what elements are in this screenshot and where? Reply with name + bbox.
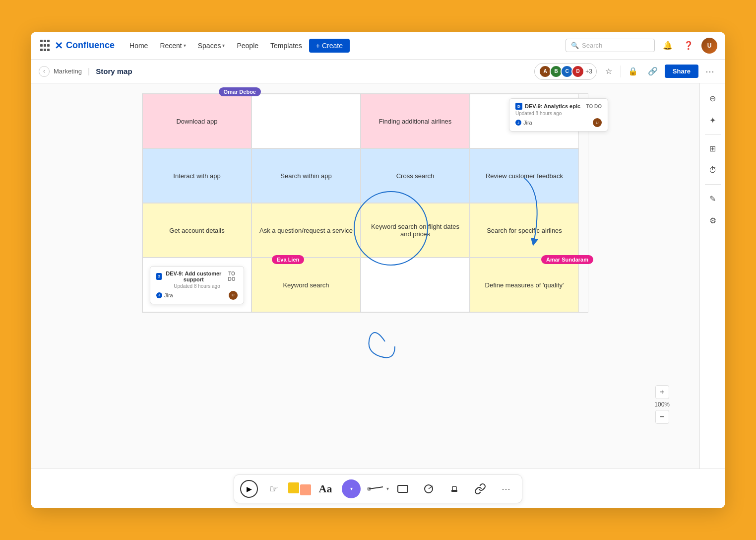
grid-cell-c10[interactable]: Ask a question/request a service Eva Lie… (252, 203, 361, 258)
nav-people[interactable]: People (232, 39, 263, 53)
divider (621, 66, 621, 77)
grid-cell-c14[interactable]: Keyword search (252, 258, 361, 312)
zoom-out-button[interactable]: − (655, 410, 669, 424)
sidebar-sparkle-icon[interactable]: ✦ (704, 111, 722, 129)
svg-rect-6 (452, 486, 456, 490)
collab-avatar-4: D (571, 65, 584, 78)
card-text: Download app (176, 118, 217, 125)
select-tool[interactable] (419, 479, 439, 499)
card-text: Search within app (280, 172, 331, 180)
sidebar-divider-1 (705, 134, 721, 135)
toolbar-right: A B C D +3 ☆ 🔒 🔗 Share ⋯ (534, 63, 717, 80)
card-text: Keyword search (283, 281, 329, 289)
sidebar-search-icon[interactable]: ⊖ (704, 89, 722, 107)
sidebar-pencil-icon[interactable]: ✎ (704, 190, 722, 207)
line-tool-icon (365, 484, 385, 494)
confluence-logo[interactable]: ✕ Confluence (55, 40, 115, 52)
stamp-tool[interactable] (444, 479, 464, 499)
main-window: ✕ Confluence Home Recent ▾ Spaces ▾ Peop… (31, 32, 725, 508)
card-text: Finding additional airlines (379, 118, 452, 125)
rectangle-tool[interactable] (393, 479, 413, 499)
app-grid-icon[interactable] (39, 40, 51, 52)
right-sidebar: ⊖ ✦ ⊞ ⏱ ✎ ⚙ (699, 83, 725, 469)
sidebar-clock-icon[interactable]: ⏱ (704, 161, 722, 179)
line-tool[interactable]: ▾ (367, 479, 387, 499)
cursor-hand-icon[interactable]: ☞ (264, 479, 284, 499)
story-map: D DEV-9: Analytics epic TO DO Updated 8 … (142, 93, 588, 313)
grid-cell-c9[interactable]: Get account details (142, 203, 252, 258)
grid-cell-c16[interactable]: Define measures of 'quality' (470, 258, 579, 312)
jira-ticket-icon: D (515, 103, 522, 110)
card-text: Ask a question/request a service (259, 227, 353, 234)
tool-group: ▶ ☞ Aa ▾ (234, 474, 522, 503)
logo-text: Confluence (66, 40, 115, 51)
jira-icon: J (515, 120, 521, 126)
user-avatar[interactable]: U (701, 38, 717, 54)
tag-eva[interactable]: Eva Lien (272, 255, 304, 264)
nav-home[interactable]: Home (125, 39, 153, 53)
grid-cell-c8[interactable]: Review customer feedback (470, 148, 579, 203)
grid-cell-c11[interactable]: Keyword search on flight dates and price… (361, 203, 470, 258)
jira-ticket-icon-2: D (156, 273, 162, 280)
collab-count: +3 (585, 68, 592, 75)
tag-amar[interactable]: Amar Sundaram (541, 255, 593, 264)
card-text: Keyword search on flight dates and price… (367, 223, 463, 238)
grid-cell-c6[interactable]: Search within app (252, 148, 361, 203)
dev-ticket-support[interactable]: D DEV-9: Add customer support TO DO Upda… (150, 266, 244, 304)
grid-cell-c12[interactable]: Search for specific airlines Amar Sundar… (470, 203, 579, 258)
tag-omar[interactable]: Omar Deboe (219, 87, 261, 96)
sidebar-sliders-icon[interactable]: ⚙ (704, 211, 722, 229)
sticky-notes-tool[interactable] (290, 479, 310, 499)
play-button[interactable]: ▶ (240, 480, 258, 498)
grid-cell-c3[interactable]: Finding additional airlines (361, 94, 470, 148)
sidebar-grid-icon[interactable]: ⊞ (704, 139, 722, 157)
more-tools-button[interactable]: ⋯ (496, 479, 516, 499)
breadcrumb: Marketing (54, 68, 82, 75)
more-options-button[interactable]: ⋯ (702, 66, 717, 77)
ticket-avatar-2: U (229, 291, 238, 300)
stamp-icon (448, 483, 460, 495)
zoom-level: 100% (654, 401, 670, 408)
canvas-area[interactable]: D DEV-9: Analytics epic TO DO Updated 8 … (31, 83, 699, 469)
rectangle-icon (397, 484, 409, 494)
color-circle: ▾ (342, 479, 361, 498)
dev-ticket-analytics[interactable]: D DEV-9: Analytics epic TO DO Updated 8 … (509, 98, 608, 132)
notifications-icon[interactable]: 🔔 (660, 38, 676, 54)
create-button[interactable]: + Create (309, 39, 350, 53)
zoom-in-button[interactable]: + (655, 385, 669, 399)
card-text: Get account details (169, 227, 224, 234)
card-text: Interact with app (173, 172, 220, 180)
help-icon[interactable]: ❓ (681, 38, 696, 54)
link-tool[interactable] (470, 479, 490, 499)
card-text: Search for specific airlines (487, 227, 562, 234)
text-tool[interactable]: Aa (315, 479, 335, 499)
collaborator-group[interactable]: A B C D +3 (534, 63, 597, 80)
jira-icon-2: J (156, 292, 162, 298)
sidebar-divider-2 (705, 184, 721, 185)
spaces-chevron-icon: ▾ (222, 43, 225, 48)
star-button[interactable]: ☆ (601, 64, 617, 79)
grid-cell-c2 (252, 94, 361, 148)
color-tool[interactable]: ▾ (341, 479, 361, 499)
card-text: Review customer feedback (486, 172, 563, 180)
lock-icon[interactable]: 🔒 (625, 64, 641, 79)
nav-templates[interactable]: Templates (265, 39, 307, 53)
share-button[interactable]: Share (665, 65, 698, 78)
link-icon[interactable]: 🔗 (645, 64, 661, 79)
ticket-avatar: U (593, 118, 602, 127)
nav-links: Home Recent ▾ Spaces ▾ People Templates … (125, 39, 556, 53)
sidebar-toggle[interactable]: ‹ (39, 66, 50, 77)
grid-cell-c1[interactable]: Download app Omar Deboe (142, 94, 252, 148)
search-input[interactable]: 🔍 Search (566, 39, 655, 52)
nav-recent[interactable]: Recent ▾ (155, 39, 190, 53)
logo-x-icon: ✕ (55, 40, 63, 52)
svg-line-1 (369, 487, 383, 489)
breadcrumb-separator: | (88, 67, 90, 76)
grid-cell-c5[interactable]: Interact with app (142, 148, 252, 203)
select-icon (423, 483, 435, 495)
nav-right: 🔍 Search 🔔 ❓ U (566, 38, 717, 54)
grid-cell-c15 (361, 258, 470, 312)
grid-cell-c13: D DEV-9: Add customer support TO DO Upda… (142, 258, 252, 312)
nav-spaces[interactable]: Spaces ▾ (193, 39, 230, 53)
grid-cell-c7[interactable]: Cross search (361, 148, 470, 203)
